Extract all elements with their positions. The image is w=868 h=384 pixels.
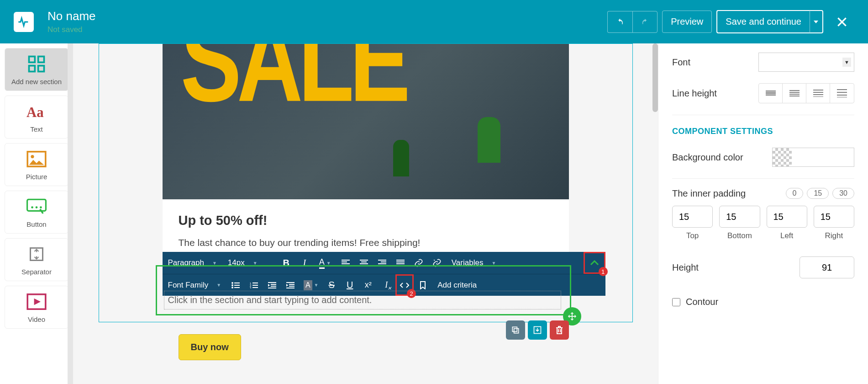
padding-left-input[interactable] [767, 206, 807, 228]
duplicate-button[interactable] [506, 320, 525, 340]
selected-text-block[interactable]: Click in the section and start typing to… [156, 265, 571, 315]
svg-text:Aa: Aa [26, 105, 44, 120]
sidebar-item-label: Video [8, 315, 65, 324]
height-input[interactable] [800, 256, 854, 278]
save-block-button[interactable] [528, 320, 547, 340]
contour-row[interactable]: Contour [672, 297, 854, 307]
line-height-xloose[interactable] [830, 84, 854, 103]
padding-top-label: Top [672, 231, 713, 240]
svg-rect-7 [27, 199, 46, 211]
line-height-tight[interactable] [759, 84, 783, 103]
padding-pill-30[interactable]: 30 [832, 188, 854, 199]
inner-padding-label: The inner padding [672, 188, 746, 199]
text-icon: Aa [8, 101, 65, 123]
sidebar-item-label: Separator [8, 268, 65, 276]
padding-pill-15[interactable]: 15 [807, 188, 829, 199]
pulse-icon [17, 16, 30, 28]
padding-top-input[interactable] [672, 206, 713, 228]
sidebar-item-video[interactable]: Video [5, 286, 68, 329]
plus-down-icon [567, 311, 577, 321]
padding-bottom-input[interactable] [719, 206, 760, 228]
undo-button[interactable] [607, 11, 632, 33]
sidebar-item-add-section[interactable]: Add new section [5, 48, 68, 91]
sidebar-item-button[interactable]: Button [5, 191, 68, 234]
redo-button[interactable] [632, 11, 658, 33]
padding-right-label: Right [814, 231, 854, 240]
undo-redo-group [607, 11, 658, 33]
close-icon [836, 16, 848, 28]
line-height-normal[interactable] [783, 84, 806, 103]
buy-now-button[interactable]: Buy now [179, 334, 241, 360]
chevron-up-icon [590, 260, 599, 266]
content-heading[interactable]: Up to 50% off! [179, 213, 553, 228]
sidebar-item-label: Add new section [8, 78, 65, 86]
height-label: Height [672, 262, 699, 273]
close-button[interactable] [836, 16, 854, 28]
grid-icon [8, 53, 65, 75]
sidebar-item-separator[interactable]: Separator [5, 238, 68, 281]
transparent-checker-icon [773, 148, 792, 166]
page-title: No name [47, 9, 607, 23]
svg-point-9 [36, 206, 38, 208]
component-settings-heading: COMPONENT SETTINGS [672, 115, 854, 136]
font-select[interactable] [758, 53, 854, 72]
contour-checkbox[interactable] [672, 298, 680, 306]
svg-point-8 [31, 206, 33, 208]
annotation-badge: 1 [599, 267, 608, 276]
bg-color-swatch[interactable] [772, 148, 854, 167]
sidebar-item-text[interactable]: Aa Text [5, 96, 68, 139]
padding-bottom-label: Bottom [719, 231, 760, 240]
padding-presets: 0 15 30 [786, 188, 855, 199]
title-area: No name Not saved [47, 9, 607, 34]
header-actions: Preview Save and continue [607, 10, 854, 33]
bg-color-label: Background color [672, 152, 743, 163]
svg-rect-0 [29, 57, 35, 63]
svg-rect-1 [38, 57, 44, 63]
content-area: Up to 50% off! The last chance to buy ou… [163, 199, 569, 248]
padding-left-label: Left [767, 231, 807, 240]
image-figure [478, 117, 500, 163]
scrollbar[interactable] [652, 43, 658, 112]
svg-rect-3 [38, 66, 44, 72]
contour-label: Contour [686, 297, 718, 307]
email-body: SALE Up to 50% off! The last chance to b… [163, 44, 569, 267]
svg-rect-20 [514, 329, 518, 333]
hero-image[interactable]: SALE [163, 44, 569, 199]
content-paragraph[interactable]: The last chance to buy our trending item… [179, 237, 553, 248]
section-outline: SALE Up to 50% off! The last chance to b… [99, 43, 633, 322]
preview-button[interactable]: Preview [662, 11, 712, 33]
picture-icon [8, 148, 65, 170]
component-sidebar: Add new section Aa Text Picture Button S… [0, 43, 73, 384]
sidebar-item-picture[interactable]: Picture [5, 143, 68, 186]
font-label: Font [672, 57, 690, 68]
padding-pill-0[interactable]: 0 [786, 188, 804, 199]
caret-down-icon [814, 21, 818, 23]
svg-point-10 [40, 206, 42, 208]
separator-icon [8, 243, 65, 265]
padding-right-input[interactable] [814, 206, 854, 228]
delete-button[interactable] [550, 320, 569, 340]
video-icon [8, 291, 65, 313]
editable-placeholder[interactable]: Click in the section and start typing to… [164, 291, 561, 309]
svg-rect-19 [512, 327, 517, 331]
image-figure [393, 140, 409, 176]
sidebar-item-label: Picture [8, 173, 65, 181]
svg-rect-2 [29, 66, 35, 72]
button-icon [8, 196, 65, 218]
save-status: Not saved [47, 25, 607, 34]
save-button[interactable]: Save and continue [716, 10, 810, 33]
svg-point-6 [31, 155, 34, 158]
settings-panel: Font Line height COMPONENT SETTINGS Back… [658, 43, 868, 384]
sidebar-item-label: Text [8, 125, 65, 133]
editor-canvas[interactable]: SALE Up to 50% off! The last chance to b… [73, 43, 658, 384]
line-height-options [758, 83, 854, 103]
save-dropdown-button[interactable] [810, 10, 823, 33]
save-icon [533, 325, 542, 335]
sidebar-item-label: Button [8, 220, 65, 229]
app-body: Add new section Aa Text Picture Button S… [0, 43, 868, 384]
line-height-loose[interactable] [806, 84, 830, 103]
collapse-toolbar-button[interactable]: 1 [584, 252, 605, 274]
line-height-label: Line height [672, 88, 717, 99]
save-group: Save and continue [716, 10, 823, 33]
app-header: No name Not saved Preview Save and conti… [0, 0, 868, 43]
